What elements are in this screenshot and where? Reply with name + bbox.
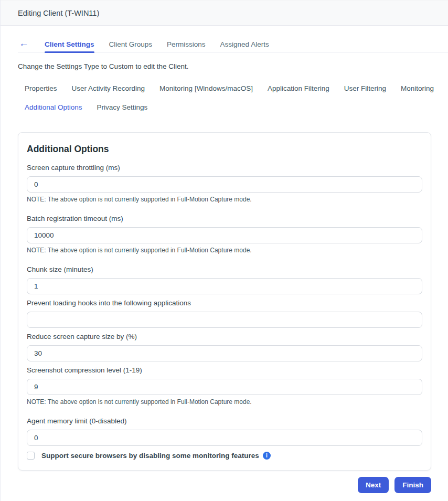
field-label: Chunk size (minutes) — [27, 265, 422, 273]
settings-type-hint: Change the Settings Type to Custom to ed… — [18, 62, 431, 70]
subtab-user-filtering[interactable]: User Filtering — [344, 84, 386, 92]
field-agent-memory-limit: Agent memory limit (0-disabled) — [27, 417, 422, 446]
subtab-user-activity-recording[interactable]: User Activity Recording — [72, 84, 145, 92]
subtab-properties[interactable]: Properties — [25, 84, 57, 92]
top-tab-bar: ← Client Settings Client Groups Permissi… — [18, 36, 448, 52]
field-note: NOTE: The above option is not currently … — [27, 196, 422, 203]
tab-assigned-alerts[interactable]: Assigned Alerts — [220, 36, 269, 52]
field-screenshot-compression-level: Screenshot compression level (1-19) NOTE… — [27, 366, 422, 406]
back-arrow-icon[interactable]: ← — [18, 38, 30, 50]
subtab-monitoring-windows-macos[interactable]: Monitoring [Windows/macOS] — [159, 84, 253, 92]
field-label: Screen capture throttling (ms) — [27, 164, 422, 172]
card-title: Additional Options — [27, 144, 422, 155]
field-label: Screenshot compression level (1-19) — [27, 366, 422, 374]
prevent-loading-hooks-input[interactable] — [27, 312, 422, 328]
chunk-size-input[interactable] — [27, 278, 422, 294]
subtab-privacy-settings[interactable]: Privacy Settings — [97, 103, 148, 111]
agent-memory-limit-input[interactable] — [27, 430, 422, 446]
field-label: Batch registration timeout (ms) — [27, 215, 422, 222]
field-label: Reduce screen capture size by (%) — [27, 333, 422, 340]
subtab-monitoring-truncated[interactable]: Monitoring — [401, 84, 434, 92]
field-note: NOTE: The above option is not currently … — [27, 398, 422, 406]
tab-client-settings[interactable]: Client Settings — [45, 36, 94, 52]
secure-browsers-checkbox-row: Support secure browsers by disabling som… — [27, 452, 422, 461]
dialog-header: Editing Client (T-WIN11) — [1, 0, 448, 26]
tab-client-groups[interactable]: Client Groups — [109, 36, 153, 52]
field-prevent-loading-hooks: Prevent loading hooks into the following… — [27, 299, 422, 328]
additional-options-card: Additional Options Screen capture thrott… — [18, 132, 431, 471]
screenshot-compression-level-input[interactable] — [27, 379, 422, 395]
field-label: Prevent loading hooks into the following… — [27, 299, 422, 307]
subtab-row-2: Additional Options Privacy Settings — [25, 103, 448, 111]
next-button[interactable]: Next — [358, 477, 389, 493]
subtab-application-filtering[interactable]: Application Filtering — [268, 84, 329, 92]
footer-actions: Next Finish — [18, 477, 431, 493]
field-label: Agent memory limit (0-disabled) — [27, 417, 422, 425]
dialog-title: Editing Client (T-WIN11) — [18, 9, 99, 17]
settings-subtab-bar: Properties User Activity Recording Monit… — [25, 84, 448, 111]
secure-browsers-checkbox[interactable] — [27, 452, 35, 460]
field-screen-capture-throttling: Screen capture throttling (ms) NOTE: The… — [27, 164, 422, 203]
finish-button[interactable]: Finish — [394, 477, 431, 493]
tab-permissions[interactable]: Permissions — [167, 36, 206, 52]
screen-capture-throttling-input[interactable] — [27, 176, 422, 193]
batch-registration-timeout-input[interactable] — [27, 227, 422, 243]
reduce-screen-capture-size-input[interactable] — [27, 345, 422, 361]
info-icon[interactable]: i — [263, 452, 271, 460]
field-chunk-size: Chunk size (minutes) — [27, 265, 422, 294]
field-reduce-screen-capture-size: Reduce screen capture size by (%) — [27, 333, 422, 361]
field-batch-registration-timeout: Batch registration timeout (ms) NOTE: Th… — [27, 215, 422, 254]
subtab-row-1: Properties User Activity Recording Monit… — [25, 84, 448, 92]
field-note: NOTE: The above option is not currently … — [27, 247, 422, 254]
secure-browsers-checkbox-label: Support secure browsers by disabling som… — [41, 452, 259, 460]
subtab-additional-options[interactable]: Additional Options — [25, 103, 82, 111]
